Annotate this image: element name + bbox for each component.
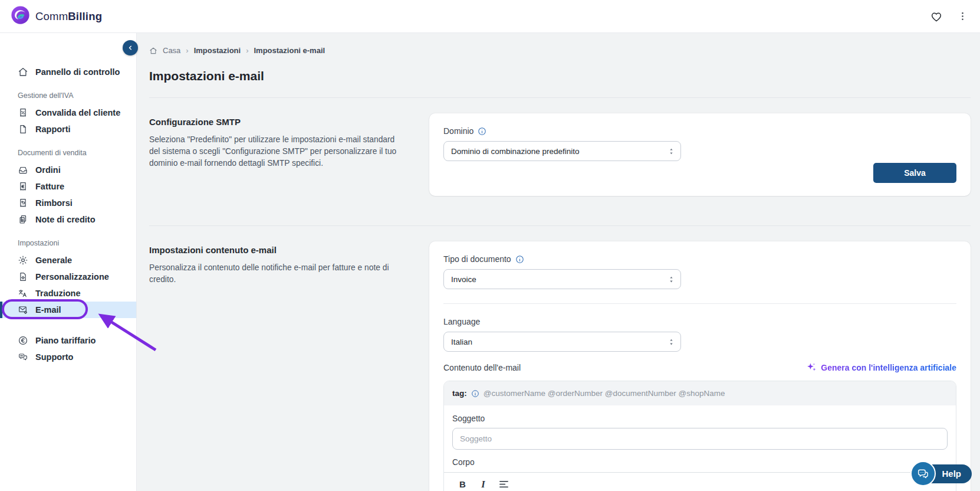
sidebar: Pannello di controllo Gestione dell'IVA … xyxy=(0,33,137,491)
breadcrumb-home[interactable]: Casa xyxy=(163,46,180,55)
updown-chevrons-icon xyxy=(667,338,675,346)
sidebar-item-label: Note di credito xyxy=(35,215,96,224)
document-type-label: Tipo di documento xyxy=(443,254,511,264)
email-content-section: Impostazioni contenuto e-mail Personaliz… xyxy=(149,241,971,491)
document-type-select-value: Invoice xyxy=(451,275,476,284)
divider xyxy=(443,303,956,304)
generate-with-ai-label: Genera con l'intelligenza artificiale xyxy=(821,363,956,372)
smtp-section-info: Configurazione SMTP Seleziona "Predefini… xyxy=(149,113,412,169)
info-icon[interactable] xyxy=(478,127,486,136)
sidebar-item-fatture[interactable]: Fatture xyxy=(0,178,136,195)
kebab-menu-icon[interactable] xyxy=(957,11,968,22)
sidebar-item-label: Generale xyxy=(35,256,72,265)
sidebar-item-label: E-mail xyxy=(35,305,61,315)
align-left-icon[interactable] xyxy=(496,476,512,491)
brand-name-part1: Comm xyxy=(35,10,68,22)
brand-logo[interactable]: CommBilling xyxy=(11,5,102,27)
tag-body: Soggetto Corpo B I xyxy=(444,405,956,491)
breadcrumb-separator: › xyxy=(186,46,188,55)
italic-icon[interactable]: I xyxy=(475,476,491,491)
header-actions xyxy=(930,10,969,23)
sidebar-collapse-button[interactable] xyxy=(123,40,138,55)
subject-label: Soggetto xyxy=(452,414,948,423)
brand-logo-icon xyxy=(11,5,30,27)
language-select-value: Italian xyxy=(451,338,472,346)
sidebar-item-label: Piano tariffario xyxy=(35,336,96,345)
support-chat-icon xyxy=(18,352,28,362)
updown-chevrons-icon xyxy=(667,147,675,156)
breadcrumb-home-icon[interactable] xyxy=(149,47,157,55)
bold-icon[interactable]: B xyxy=(455,476,471,491)
document-icon xyxy=(18,124,28,135)
breadcrumb-impostazioni[interactable]: Impostazioni xyxy=(194,46,241,55)
email-content-card: Tipo di documento Invoice Language xyxy=(429,241,971,491)
info-icon[interactable] xyxy=(471,389,479,398)
smtp-card: Dominio Dominio di combinazione predefin… xyxy=(429,113,971,196)
breadcrumb-current: Impostazioni e-mail xyxy=(254,46,325,55)
brand-name-part2: Billing xyxy=(68,10,102,22)
document-type-select[interactable]: Invoice xyxy=(443,269,681,289)
editor-toolbar: B I xyxy=(444,472,956,491)
language-label: Language xyxy=(443,317,480,326)
sidebar-item-supporto[interactable]: Supporto xyxy=(0,349,136,365)
help-widget: Help xyxy=(910,461,972,486)
sidebar-item-label: Supporto xyxy=(35,352,73,362)
tag-placeholders: @customerName @orderNumber @documentNumb… xyxy=(484,389,725,398)
page-title: Impostazioni e-mail xyxy=(149,69,971,83)
top-header: CommBilling xyxy=(0,0,980,33)
sidebar-item-personalizzazione[interactable]: Personalizzazione xyxy=(0,269,136,285)
language-select[interactable]: Italian xyxy=(443,332,681,352)
sidebar-item-rapporti[interactable]: Rapporti xyxy=(0,121,136,138)
divider xyxy=(149,97,971,98)
sparkles-icon xyxy=(807,362,817,372)
sidebar-item-label: Fatture xyxy=(35,182,64,191)
sidebar-item-email[interactable]: E-mail xyxy=(0,302,136,318)
main-content: Casa › Impostazioni › Impostazioni e-mai… xyxy=(137,33,980,491)
brand-name: CommBilling xyxy=(35,10,102,23)
sidebar-item-note-di-credito[interactable]: Note di credito xyxy=(0,211,136,228)
email-content-label: Contenuto dell'e-mail xyxy=(443,363,521,372)
document-gear-icon xyxy=(18,271,28,282)
sidebar-item-piano-tariffario[interactable]: Piano tariffario xyxy=(0,332,136,349)
subject-input[interactable] xyxy=(452,428,948,450)
info-icon[interactable] xyxy=(515,255,524,264)
sidebar-item-traduzione[interactable]: Traduzione xyxy=(0,285,136,302)
smtp-section-title: Configurazione SMTP xyxy=(149,117,412,127)
document-copy-icon xyxy=(18,214,28,225)
sidebar-item-label: Pannello di controllo xyxy=(35,67,120,77)
domain-field-label: Dominio xyxy=(443,126,956,136)
receipt-euro-icon xyxy=(18,181,28,192)
document-type-field-label: Tipo di documento xyxy=(443,254,956,264)
receipt-refund-icon xyxy=(18,198,28,208)
email-content-header-row: Contenuto dell'e-mail Genera con l'intel… xyxy=(443,362,956,372)
euro-circle-icon xyxy=(18,335,28,346)
generate-with-ai-button[interactable]: Genera con l'intelligenza artificiale xyxy=(807,362,956,372)
tag-header: tag: @customerName @orderNumber @documen… xyxy=(444,381,956,405)
receipt-percent-icon xyxy=(18,107,28,118)
domain-select[interactable]: Dominio di combinazione predefinito xyxy=(443,141,681,161)
email-content-section-title: Impostazioni contenuto e-mail xyxy=(149,245,412,255)
translate-icon xyxy=(18,288,28,299)
sidebar-item-label: Rimborsi xyxy=(35,198,73,208)
smtp-section-description: Seleziona "Predefinito" per utilizzare l… xyxy=(149,134,403,169)
email-template-panel: tag: @customerName @orderNumber @documen… xyxy=(443,381,956,491)
sidebar-item-ordini[interactable]: Ordini xyxy=(0,162,136,178)
breadcrumb: Casa › Impostazioni › Impostazioni e-mai… xyxy=(149,41,971,55)
save-button[interactable]: Salva xyxy=(873,163,956,183)
language-field-label: Language xyxy=(443,317,956,326)
sidebar-item-label: Convalida del cliente xyxy=(35,108,120,117)
email-content-section-info: Impostazioni contenuto e-mail Personaliz… xyxy=(149,241,412,286)
favorite-heart-icon[interactable] xyxy=(930,10,943,23)
sidebar-item-convalida-del-cliente[interactable]: Convalida del cliente xyxy=(0,104,136,121)
body-label: Corpo xyxy=(452,458,948,467)
updown-chevrons-icon xyxy=(667,275,675,284)
sidebar-item-pannello-di-controllo[interactable]: Pannello di controllo xyxy=(0,64,136,80)
tag-label: tag: xyxy=(452,389,467,398)
sidebar-item-generale[interactable]: Generale xyxy=(0,252,136,269)
envelope-gear-icon xyxy=(18,305,28,315)
sidebar-footer: Piano tariffario Supporto xyxy=(0,332,136,365)
sidebar-item-label: Rapporti xyxy=(35,125,71,134)
sidebar-item-rimborsi[interactable]: Rimborsi xyxy=(0,195,136,211)
sidebar-group-heading-impostazioni: Impostazioni xyxy=(0,238,136,248)
domain-label: Dominio xyxy=(443,126,473,136)
